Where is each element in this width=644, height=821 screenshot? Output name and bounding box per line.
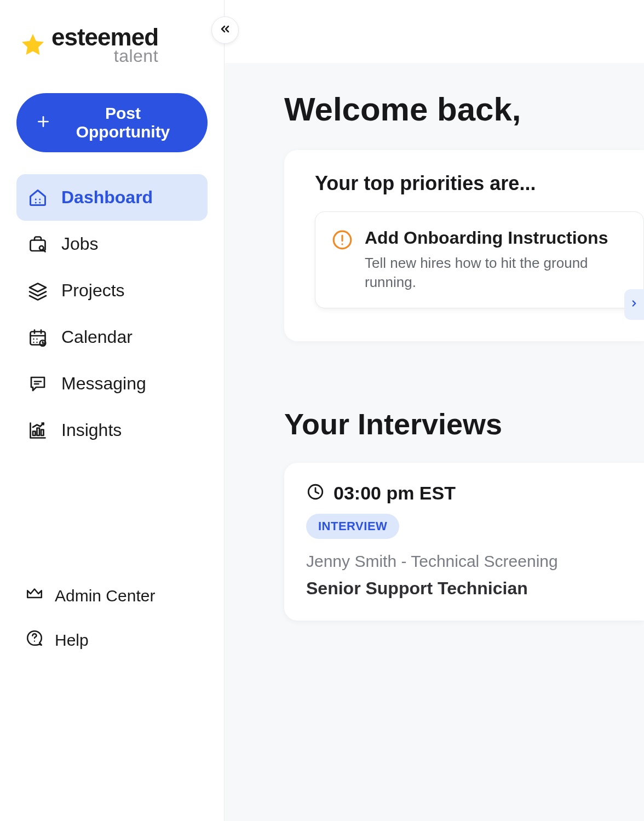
priorities-heading: Your top priorities are... — [315, 172, 644, 195]
logo: esteemed talent — [20, 25, 208, 65]
interview-person: Jenny Smith - Technical Screening — [306, 552, 622, 571]
sidebar-item-label: Insights — [61, 420, 122, 440]
svg-marker-9 — [30, 283, 46, 291]
priorities-card: Your top priorities are... Add Onboardin… — [284, 150, 644, 341]
star-icon — [20, 32, 46, 58]
svg-point-15 — [36, 338, 37, 339]
alert-circle-icon — [332, 229, 353, 252]
interviews-heading: Your Interviews — [284, 407, 644, 441]
interview-badge: INTERVIEW — [306, 514, 399, 539]
svg-point-27 — [341, 243, 343, 245]
svg-point-14 — [33, 338, 34, 339]
sidebar-item-calendar[interactable]: Calendar — [16, 314, 208, 360]
svg-point-17 — [36, 341, 37, 342]
interview-time: 03:00 pm EST — [334, 483, 456, 504]
bottom-nav: Admin Center Help — [16, 573, 208, 805]
svg-point-2 — [35, 198, 37, 200]
crown-icon — [25, 584, 44, 607]
plus-icon — [36, 114, 50, 131]
svg-point-3 — [39, 198, 41, 200]
svg-rect-21 — [33, 431, 36, 435]
sidebar-item-jobs[interactable]: Jobs — [16, 221, 208, 267]
main-nav: Dashboard Jobs Projects — [16, 174, 208, 453]
layers-icon — [27, 281, 48, 301]
sidebar-item-insights[interactable]: Insights — [16, 407, 208, 453]
sidebar-item-admin-center[interactable]: Admin Center — [16, 573, 208, 618]
priorities-next-button[interactable] — [624, 289, 644, 320]
page-title: Welcome back, — [284, 90, 644, 128]
sidebar-item-label: Help — [55, 631, 89, 650]
svg-rect-23 — [41, 429, 44, 435]
collapse-sidebar-button[interactable] — [211, 16, 239, 44]
briefcase-search-icon — [27, 234, 48, 254]
svg-rect-22 — [37, 428, 40, 435]
interview-role: Senior Support Technician — [306, 578, 622, 599]
calendar-icon — [27, 328, 48, 347]
sidebar: esteemed talent Post Opportunity Dashboa… — [0, 0, 225, 821]
sidebar-item-label: Jobs — [61, 234, 99, 254]
priority-description: Tell new hires how to hit the ground run… — [365, 254, 627, 292]
message-icon — [27, 374, 48, 394]
svg-point-4 — [35, 202, 37, 203]
chart-icon — [27, 421, 48, 440]
sidebar-item-label: Dashboard — [61, 187, 153, 208]
chevron-right-icon — [629, 298, 639, 311]
interviews-section: Your Interviews 03:00 pm EST INTERVIEW J… — [284, 407, 644, 621]
sidebar-item-label: Projects — [61, 280, 125, 301]
sidebar-item-label: Messaging — [61, 374, 146, 394]
interview-card[interactable]: 03:00 pm EST INTERVIEW Jenny Smith - Tec… — [284, 463, 644, 621]
priority-item[interactable]: Add Onboarding Instructions Tell new hir… — [315, 211, 644, 308]
sidebar-item-messaging[interactable]: Messaging — [16, 360, 208, 407]
priority-title: Add Onboarding Instructions — [365, 227, 627, 248]
sidebar-item-dashboard[interactable]: Dashboard — [16, 174, 208, 221]
post-opportunity-button[interactable]: Post Opportunity — [16, 93, 208, 152]
svg-point-24 — [34, 641, 35, 642]
svg-point-5 — [39, 202, 41, 203]
sidebar-item-help[interactable]: Help — [16, 618, 208, 662]
post-opportunity-label: Post Opportunity — [58, 104, 188, 141]
help-icon — [25, 629, 44, 651]
chevron-double-left-icon — [219, 22, 232, 38]
svg-point-16 — [33, 341, 34, 342]
clock-icon — [306, 483, 325, 503]
sidebar-item-label: Admin Center — [55, 587, 155, 605]
sidebar-item-projects[interactable]: Projects — [16, 267, 208, 314]
logo-text: esteemed talent — [51, 25, 158, 65]
home-icon — [27, 188, 48, 208]
main-content: Welcome back, Your top priorities are...… — [225, 0, 644, 821]
sidebar-item-label: Calendar — [61, 327, 133, 347]
top-gap — [225, 0, 644, 63]
